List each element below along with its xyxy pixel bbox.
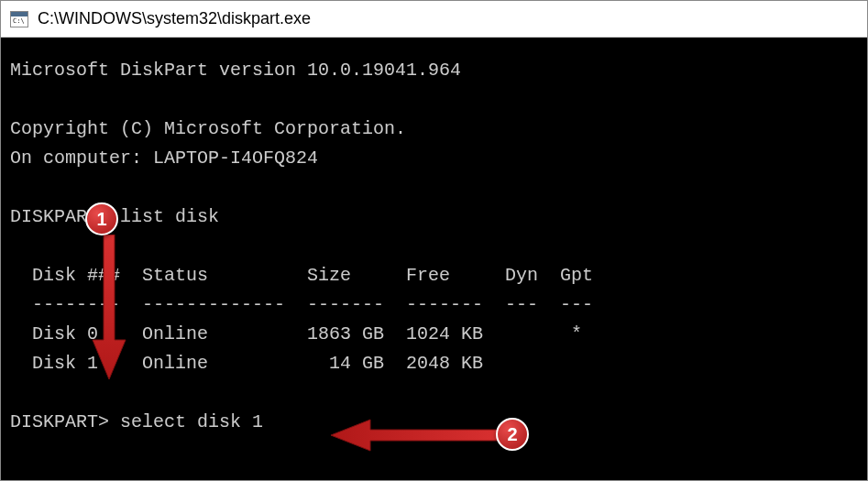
command-select-disk: select disk 1	[120, 411, 263, 432]
window-title: C:\WINDOWS\system32\diskpart.exe	[38, 9, 311, 28]
computer-line: On computer: LAPTOP-I4OFQ824	[10, 148, 318, 169]
command-list-disk: list disk	[120, 206, 219, 227]
annotation-badge-2: 2	[496, 418, 529, 451]
arrow-left-icon	[329, 418, 499, 454]
console-output[interactable]: Microsoft DiskPart version 10.0.19041.96…	[1, 38, 867, 480]
annotation-badge-1: 1	[85, 202, 118, 235]
badge-number: 2	[496, 418, 529, 451]
badge-number: 1	[85, 202, 118, 235]
version-line: Microsoft DiskPart version 10.0.19041.96…	[10, 60, 461, 81]
command-prompt-icon	[10, 11, 28, 27]
titlebar[interactable]: C:\WINDOWS\system32\diskpart.exe	[1, 1, 867, 38]
diskpart-prompt: DISKPART>	[10, 411, 109, 432]
arrow-down-icon	[91, 235, 127, 381]
table-row: Disk 1 Online 14 GB 2048 KB	[10, 353, 483, 374]
copyright-line: Copyright (C) Microsoft Corporation.	[10, 118, 406, 139]
